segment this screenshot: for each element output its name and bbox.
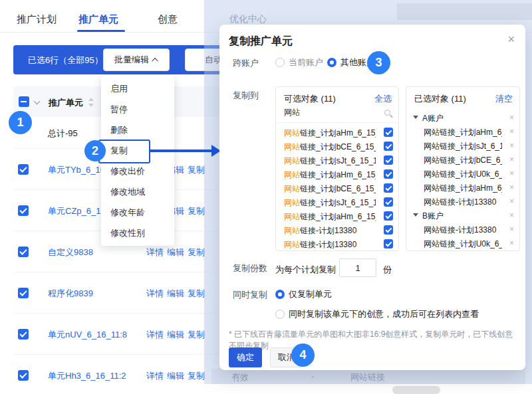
copy-link[interactable]: 复制 bbox=[188, 329, 205, 341]
tree-item: 网站链接_计划sJt_6_15_17:15...× bbox=[406, 139, 519, 153]
list-item: 网站链接_计划aHm_6_15_19:1... bbox=[276, 209, 398, 223]
list-item: 网站链接_计划sJt_6_15_17:153... bbox=[276, 195, 398, 209]
detail-link[interactable]: 详情 bbox=[146, 288, 164, 300]
list-item: 网站链接_计划bCE_6_15_16:30... bbox=[276, 140, 398, 153]
select-all-link[interactable]: 全选 bbox=[374, 93, 392, 105]
edit-link[interactable]: 编辑 bbox=[167, 329, 184, 341]
option-checkbox[interactable] bbox=[384, 142, 393, 151]
option-label: 网站链接_计划bCE_6_15_16:30... bbox=[284, 142, 376, 153]
menu-item-pause[interactable]: 暂停 bbox=[101, 99, 174, 120]
edit-link[interactable]: 编辑 bbox=[167, 370, 184, 382]
row-checkbox[interactable] bbox=[18, 370, 29, 381]
list-item: 网站链接-计划13380 bbox=[276, 237, 398, 251]
list-item: 网站链接_计划aHm_6_15_19:1... bbox=[276, 126, 398, 140]
option-checkbox[interactable] bbox=[384, 128, 393, 137]
copy-link[interactable]: 复制 bbox=[188, 205, 205, 217]
row-checkbox[interactable] bbox=[18, 288, 29, 298]
menu-item-edit-gender[interactable]: 修改性别 bbox=[101, 223, 174, 243]
row-checkbox[interactable] bbox=[18, 329, 29, 340]
option-text: 链接_计划bCE_6_15_16:30... bbox=[300, 142, 376, 151]
remove-icon[interactable]: × bbox=[509, 169, 514, 178]
clear-all-link[interactable]: 清空 bbox=[495, 93, 513, 105]
highlight-text: 网站 bbox=[284, 198, 300, 207]
radio-only-unit-label[interactable]: 仅复制单元 bbox=[289, 288, 332, 300]
tab-promotion-plan[interactable]: 推广计划 bbox=[17, 13, 57, 26]
radio-with-creative[interactable] bbox=[275, 310, 285, 319]
radio-with-creative-label[interactable]: 同时复制该单元下的创意，成功后可在列表内查看 bbox=[289, 308, 479, 320]
copy-link[interactable]: 复制 bbox=[188, 370, 205, 382]
unit-name-link[interactable]: 自定义9838 bbox=[48, 246, 93, 258]
unit-name-link[interactable]: 程序化9839 bbox=[48, 288, 93, 300]
selected-item: 网站链接-计划13380 bbox=[424, 225, 502, 236]
sort-icon[interactable] bbox=[88, 98, 94, 107]
remove-icon[interactable]: × bbox=[509, 197, 514, 206]
step-badge-1: 1 bbox=[9, 111, 32, 134]
menu-item-edit-bid[interactable]: 修改出价 bbox=[101, 161, 174, 181]
highlight-text: 网站 bbox=[284, 212, 300, 221]
radio-only-unit[interactable] bbox=[275, 290, 285, 299]
step-badge-2: 2 bbox=[84, 140, 106, 161]
selection-count-label: 已选6行（全部95） bbox=[28, 54, 103, 66]
menu-item-enable[interactable]: 启用 bbox=[101, 78, 174, 99]
option-text: 链接_计划aHm_6_15_19:1... bbox=[300, 212, 376, 221]
confirm-button[interactable]: 确定 bbox=[229, 347, 262, 367]
menu-item-edit-age[interactable]: 修改年龄 bbox=[101, 202, 174, 223]
option-checkbox[interactable] bbox=[384, 211, 393, 221]
caret-down-icon[interactable] bbox=[413, 213, 418, 217]
remove-icon[interactable]: × bbox=[509, 225, 514, 234]
remove-icon[interactable]: × bbox=[509, 183, 514, 192]
caret-down-icon[interactable] bbox=[413, 116, 418, 119]
remove-icon[interactable]: × bbox=[509, 239, 514, 248]
radio-current-account[interactable] bbox=[275, 58, 285, 67]
row-checkbox[interactable] bbox=[18, 164, 29, 175]
search-input[interactable] bbox=[284, 108, 370, 117]
remove-icon[interactable]: × bbox=[509, 127, 514, 136]
selected-item: 网站链接_计划bCE_6_15_16:... bbox=[424, 155, 502, 166]
available-objects-panel: 可选对象 (11) 全选 网站链接_计划aHm_6_15_19:1... 网站链… bbox=[275, 86, 399, 251]
batch-edit-button[interactable]: 批量编辑 bbox=[103, 49, 170, 71]
detail-link[interactable]: 详情 bbox=[146, 329, 164, 341]
option-checkbox[interactable] bbox=[384, 183, 393, 193]
copy-link[interactable]: 复制 bbox=[188, 246, 205, 258]
option-label: 网站链接_计划sJt_6_15_17:153... bbox=[284, 155, 376, 167]
list-item: 网站链接_计划aHm_6_15_19:1... bbox=[276, 167, 398, 181]
option-checkbox[interactable] bbox=[384, 225, 393, 235]
unit-name-link[interactable]: 单元nUV_6_16_11:8 bbox=[48, 329, 127, 341]
option-checkbox[interactable] bbox=[384, 169, 393, 179]
edit-link[interactable]: 编辑 bbox=[167, 246, 184, 258]
edit-link[interactable]: 编辑 bbox=[167, 288, 184, 300]
detail-link[interactable]: 详情 bbox=[146, 370, 164, 382]
close-icon[interactable]: × bbox=[507, 33, 515, 47]
option-text: 链接_计划aHm_6_15_19:1... bbox=[300, 128, 376, 138]
unit-name-link[interactable]: 单元Hh3_6_16_11:2 bbox=[48, 370, 126, 382]
search-icon[interactable] bbox=[384, 110, 390, 116]
copy-link[interactable]: 复制 bbox=[188, 288, 205, 300]
detail-link[interactable]: 详情 bbox=[146, 246, 164, 258]
tree-group: B账户× bbox=[406, 209, 519, 223]
select-all-checkbox[interactable] bbox=[19, 96, 29, 107]
radio-other-account[interactable] bbox=[327, 58, 336, 67]
column-header-unit[interactable]: 推广单元 bbox=[49, 97, 83, 109]
option-checkbox[interactable] bbox=[384, 239, 393, 248]
remove-icon[interactable]: × bbox=[509, 211, 514, 220]
menu-item-delete[interactable]: 删除 bbox=[101, 120, 174, 140]
menu-item-edit-region[interactable]: 修改地域 bbox=[101, 181, 174, 202]
remove-icon[interactable]: × bbox=[509, 113, 514, 122]
search-row bbox=[276, 106, 398, 123]
row-checkbox[interactable] bbox=[18, 246, 29, 257]
tree-item: 网站链接-计划13380× bbox=[406, 195, 519, 209]
copies-input[interactable] bbox=[339, 258, 376, 277]
radio-current-account-label[interactable]: 当前账户 bbox=[289, 56, 323, 68]
tree-item: 网站链接_计划aHm_6_15_19:...× bbox=[406, 125, 519, 139]
option-checkbox[interactable] bbox=[384, 155, 393, 165]
tab-promotion-unit[interactable]: 推广单元 bbox=[78, 13, 118, 26]
option-checkbox[interactable] bbox=[384, 197, 393, 207]
selected-item: 网站链接_计划aHm_6_15_19:... bbox=[424, 127, 502, 138]
row-checkbox[interactable] bbox=[18, 205, 29, 216]
copy-link[interactable]: 复制 bbox=[188, 164, 205, 176]
remove-icon[interactable]: × bbox=[509, 141, 514, 150]
remove-icon[interactable]: × bbox=[509, 155, 514, 164]
option-text: 链接_计划sJt_6_15_17:153... bbox=[300, 198, 376, 207]
selected-title: 已选对象 (11) bbox=[414, 93, 466, 105]
tab-creative[interactable]: 创意 bbox=[158, 13, 178, 26]
